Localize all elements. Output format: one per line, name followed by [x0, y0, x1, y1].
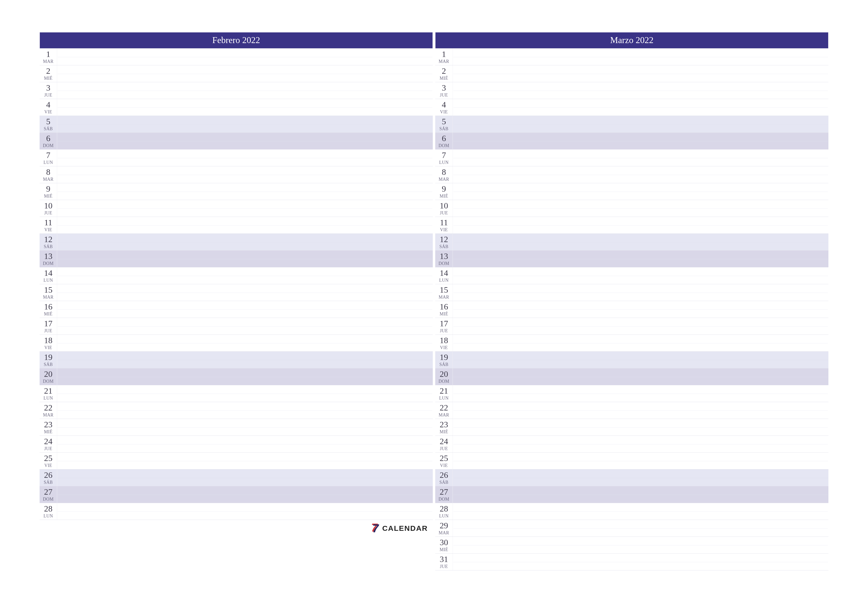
- day-row: 12SÁB: [40, 234, 433, 250]
- day-notes-area: [57, 284, 433, 301]
- day-number: 30: [435, 538, 453, 547]
- day-notes-area: [453, 419, 828, 435]
- day-row: 18VIE: [435, 335, 828, 351]
- day-row: 24JUE: [435, 436, 828, 452]
- day-label: 3JUE: [435, 82, 453, 99]
- day-row: 26SÁB: [435, 469, 828, 486]
- day-label: 19SÁB: [435, 351, 453, 368]
- day-notes-area: [453, 553, 828, 570]
- day-notes-area: [453, 99, 828, 116]
- day-notes-area: [453, 116, 828, 132]
- day-notes-area: [57, 267, 433, 284]
- day-abbr: JUE: [40, 446, 57, 451]
- day-row: 4VIE: [40, 99, 433, 116]
- day-number: 15: [435, 285, 453, 294]
- day-label: 11VIE: [435, 217, 453, 233]
- day-label: 9MIÉ: [40, 183, 57, 200]
- day-abbr: DOM: [435, 143, 453, 148]
- day-label: 28LUN: [435, 503, 453, 520]
- day-abbr: JUE: [40, 93, 57, 98]
- day-notes-area: [453, 486, 828, 503]
- day-notes-area: [57, 82, 433, 99]
- calendar-page: Febrero 2022 1MAR2MIÉ3JUE4VIE5SÁB6DOM7LU…: [40, 32, 828, 570]
- day-notes-area: [57, 385, 433, 402]
- day-label: 5SÁB: [40, 116, 57, 132]
- day-label: 13DOM: [435, 250, 453, 267]
- day-notes-area: [453, 82, 828, 99]
- day-notes-area: [453, 469, 828, 486]
- day-row: 27DOM: [435, 486, 828, 503]
- day-label: 25VIE: [40, 452, 57, 469]
- day-label: 20DOM: [40, 368, 57, 385]
- day-label: 1MAR: [435, 48, 453, 65]
- day-row: 8MAR: [435, 166, 828, 183]
- day-notes-area: [453, 503, 828, 520]
- day-abbr: VIE: [40, 227, 57, 233]
- day-number: 19: [40, 353, 57, 361]
- day-label: 21LUN: [40, 385, 57, 402]
- day-label: 9MIÉ: [435, 183, 453, 200]
- day-abbr: VIE: [40, 109, 57, 115]
- day-label: 10JUE: [40, 200, 57, 217]
- day-number: 14: [40, 268, 57, 277]
- day-row: 7LUN: [435, 149, 828, 166]
- day-label: 4VIE: [40, 99, 57, 116]
- day-notes-area: [57, 183, 433, 200]
- day-abbr: DOM: [40, 497, 57, 502]
- day-row: 1MAR: [40, 48, 433, 65]
- day-abbr: JUE: [435, 93, 453, 98]
- day-abbr: SÁB: [40, 126, 57, 132]
- day-number: 23: [40, 420, 57, 429]
- day-number: 21: [435, 386, 453, 395]
- day-abbr: VIE: [435, 463, 453, 468]
- day-row: 10JUE: [435, 200, 828, 217]
- day-label: 20DOM: [435, 368, 453, 385]
- day-number: 1: [435, 50, 453, 58]
- day-number: 3: [435, 83, 453, 92]
- day-number: 9: [435, 184, 453, 193]
- day-notes-area: [453, 436, 828, 452]
- day-label: 8MAR: [435, 166, 453, 183]
- day-abbr: LUN: [40, 396, 57, 401]
- day-label: 29MAR: [435, 520, 453, 536]
- day-abbr: SÁB: [40, 362, 57, 367]
- day-number: 26: [435, 470, 453, 479]
- day-label: 4VIE: [435, 99, 453, 116]
- day-abbr: MAR: [435, 177, 453, 182]
- day-notes-area: [453, 166, 828, 183]
- day-abbr: DOM: [40, 379, 57, 384]
- day-abbr: MAR: [435, 530, 453, 536]
- day-abbr: LUN: [40, 278, 57, 283]
- day-number: 18: [40, 336, 57, 345]
- day-number: 26: [40, 470, 57, 479]
- day-label: 5SÁB: [435, 116, 453, 132]
- day-number: 28: [435, 504, 453, 513]
- day-abbr: VIE: [40, 463, 57, 468]
- day-label: 31JUE: [435, 553, 453, 570]
- day-abbr: DOM: [435, 379, 453, 384]
- day-row: 11VIE: [435, 217, 828, 234]
- day-label: 18VIE: [40, 335, 57, 351]
- day-row: 13DOM: [435, 250, 828, 267]
- day-abbr: MIÉ: [435, 311, 453, 317]
- day-label: 11VIE: [40, 217, 57, 233]
- day-number: 4: [435, 100, 453, 109]
- day-abbr: LUN: [40, 513, 57, 519]
- day-abbr: MIÉ: [40, 194, 57, 199]
- day-row: 1MAR: [435, 48, 828, 65]
- day-notes-area: [57, 402, 433, 419]
- day-row: 25VIE: [435, 452, 828, 469]
- day-row: 31JUE: [435, 553, 828, 570]
- day-number: 24: [40, 437, 57, 446]
- day-abbr: LUN: [435, 513, 453, 519]
- month-days: 1MAR2MIÉ3JUE4VIE5SÁB6DOM7LUN8MAR9MIÉ10JU…: [435, 48, 828, 570]
- day-number: 24: [435, 437, 453, 446]
- day-label: 18VIE: [435, 335, 453, 351]
- day-notes-area: [453, 149, 828, 166]
- day-notes-area: [453, 452, 828, 469]
- day-row: 17JUE: [435, 318, 828, 335]
- day-number: 12: [40, 235, 57, 244]
- day-abbr: MIÉ: [40, 76, 57, 81]
- day-number: 20: [435, 369, 453, 378]
- day-notes-area: [57, 166, 433, 183]
